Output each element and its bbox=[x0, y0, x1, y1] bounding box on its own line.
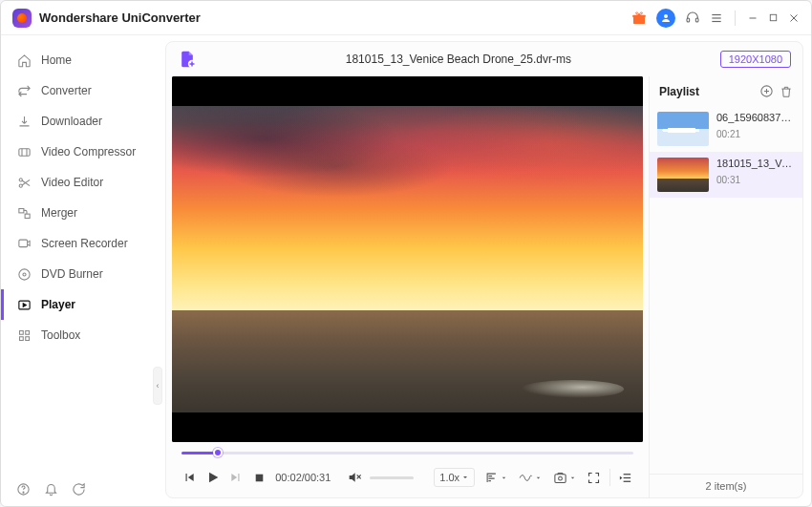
fullscreen-button[interactable] bbox=[586, 468, 602, 487]
sidebar-item-label: Player bbox=[41, 298, 75, 311]
chevron-down-icon bbox=[501, 475, 507, 481]
playlist-delete-button[interactable] bbox=[780, 85, 793, 98]
svg-rect-12 bbox=[18, 148, 29, 156]
sidebar-item-video-editor[interactable]: Video Editor bbox=[1, 167, 163, 198]
audio-track-dropdown[interactable] bbox=[517, 469, 544, 487]
chevron-down-icon bbox=[569, 475, 576, 481]
prev-button[interactable] bbox=[182, 468, 198, 487]
svg-point-18 bbox=[18, 268, 29, 279]
separator bbox=[735, 11, 736, 26]
sidebar-item-label: Home bbox=[41, 53, 72, 67]
playlist-count: 2 item(s) bbox=[650, 474, 802, 497]
sidebar-item-downloader[interactable]: Downloader bbox=[1, 106, 163, 137]
player-controls: 00:02/00:31 1.0x bbox=[172, 457, 643, 497]
compressor-icon bbox=[16, 144, 32, 159]
sidebar-item-merger[interactable]: Merger bbox=[1, 198, 163, 228]
sidebar: Home Converter Downloader Video Compress… bbox=[1, 35, 163, 506]
recorder-icon bbox=[16, 236, 32, 251]
volume-slider[interactable] bbox=[370, 476, 414, 479]
player-area: 00:02/00:31 1.0x bbox=[166, 76, 649, 497]
svg-rect-16 bbox=[25, 214, 30, 218]
svg-rect-24 bbox=[25, 336, 29, 340]
minimize-icon[interactable] bbox=[747, 12, 759, 24]
playlist-item-duration: 00:31 bbox=[716, 175, 795, 185]
gift-icon[interactable] bbox=[631, 11, 647, 26]
video-viewport[interactable] bbox=[172, 76, 643, 442]
sidebar-item-label: Downloader bbox=[41, 115, 102, 128]
playlist-item-meta: 181015_13_Venic... 00:31 bbox=[716, 158, 795, 192]
home-icon bbox=[16, 53, 32, 68]
scissors-icon bbox=[16, 175, 32, 190]
sidebar-item-label: Video Editor bbox=[41, 176, 103, 189]
app-window: Wondershare UniConverter bbox=[0, 0, 812, 507]
chevron-down-icon bbox=[535, 475, 542, 481]
snapshot-dropdown[interactable] bbox=[551, 469, 578, 487]
bell-icon[interactable] bbox=[44, 482, 58, 496]
add-file-button[interactable] bbox=[178, 50, 197, 69]
resolution-badge[interactable]: 1920X1080 bbox=[720, 51, 791, 68]
speed-dropdown[interactable]: 1.0x bbox=[434, 468, 475, 487]
svg-rect-23 bbox=[19, 336, 23, 340]
sidebar-item-label: DVD Burner bbox=[41, 267, 103, 281]
chevron-down-icon bbox=[461, 474, 469, 481]
account-icon[interactable] bbox=[656, 9, 675, 28]
progress-line bbox=[182, 452, 633, 454]
content-area: 00:02/00:31 1.0x bbox=[166, 76, 802, 497]
speed-value: 1.0x bbox=[439, 472, 459, 483]
help-icon[interactable] bbox=[16, 482, 31, 496]
playlist-item[interactable]: 06_1596083776.d... 00:21 bbox=[650, 106, 802, 152]
playlist-panel: Playlist 06_1596083776.d... 00:21 bbox=[649, 76, 802, 497]
menu-icon[interactable] bbox=[710, 11, 723, 25]
progress-track[interactable] bbox=[172, 442, 643, 457]
svg-rect-9 bbox=[770, 14, 776, 20]
time-display: 00:02/00:31 bbox=[275, 472, 331, 483]
playlist-thumbnail bbox=[657, 158, 709, 192]
stop-button[interactable] bbox=[252, 468, 268, 487]
svg-point-2 bbox=[664, 14, 668, 18]
support-icon[interactable] bbox=[685, 11, 700, 26]
disc-icon bbox=[16, 266, 32, 282]
feedback-icon[interactable] bbox=[72, 482, 86, 496]
app-title: Wondershare UniConverter bbox=[39, 11, 631, 25]
playlist-title: Playlist bbox=[659, 85, 699, 98]
sidebar-item-label: Video Compressor bbox=[41, 145, 136, 158]
progress-thumb[interactable] bbox=[213, 448, 223, 457]
playlist-add-button[interactable] bbox=[759, 84, 774, 98]
svg-rect-17 bbox=[18, 240, 27, 247]
playlist-item[interactable]: 181015_13_Venic... 00:31 bbox=[650, 152, 802, 198]
playlist-item-meta: 06_1596083776.d... 00:21 bbox=[716, 112, 795, 146]
sidebar-item-player[interactable]: Player bbox=[1, 289, 163, 320]
separator bbox=[609, 469, 610, 486]
maximize-icon[interactable] bbox=[768, 12, 779, 23]
sidebar-item-label: Screen Recorder bbox=[41, 237, 128, 250]
svg-rect-15 bbox=[18, 208, 23, 212]
playlist-list: 06_1596083776.d... 00:21 181015_13_Venic… bbox=[650, 106, 802, 474]
svg-rect-3 bbox=[687, 18, 690, 22]
playlist-thumbnail bbox=[657, 112, 709, 146]
playlist-item-duration: 00:21 bbox=[716, 129, 795, 139]
sidebar-item-converter[interactable]: Converter bbox=[1, 75, 163, 106]
sidebar-item-label: Toolbox bbox=[41, 328, 80, 342]
current-file-title: 181015_13_Venice Beach Drone_25.dvr-ms bbox=[204, 53, 713, 66]
converter-icon bbox=[16, 83, 32, 98]
svg-point-26 bbox=[23, 492, 24, 493]
mute-button[interactable] bbox=[346, 468, 362, 487]
playlist-item-name: 06_1596083776.d... bbox=[716, 112, 795, 123]
sidebar-item-toolbox[interactable]: Toolbox bbox=[1, 320, 163, 350]
playlist-toggle-button[interactable] bbox=[617, 468, 633, 487]
close-icon[interactable] bbox=[788, 12, 800, 24]
letterbox bbox=[172, 412, 643, 442]
sidebar-item-home[interactable]: Home bbox=[1, 45, 163, 75]
subtitle-dropdown[interactable] bbox=[482, 469, 509, 487]
sidebar-item-screen-recorder[interactable]: Screen Recorder bbox=[1, 228, 163, 259]
sidebar-item-dvd-burner[interactable]: DVD Burner bbox=[1, 259, 163, 289]
titlebar: Wondershare UniConverter bbox=[1, 1, 811, 35]
svg-point-32 bbox=[559, 476, 563, 480]
app-logo-icon bbox=[12, 9, 32, 28]
next-button[interactable] bbox=[228, 468, 245, 487]
letterbox bbox=[172, 76, 643, 106]
svg-rect-22 bbox=[25, 330, 29, 334]
sidebar-item-video-compressor[interactable]: Video Compressor bbox=[1, 137, 163, 167]
play-button[interactable] bbox=[205, 468, 222, 487]
sidebar-collapse-handle[interactable]: ‹ bbox=[153, 367, 162, 405]
